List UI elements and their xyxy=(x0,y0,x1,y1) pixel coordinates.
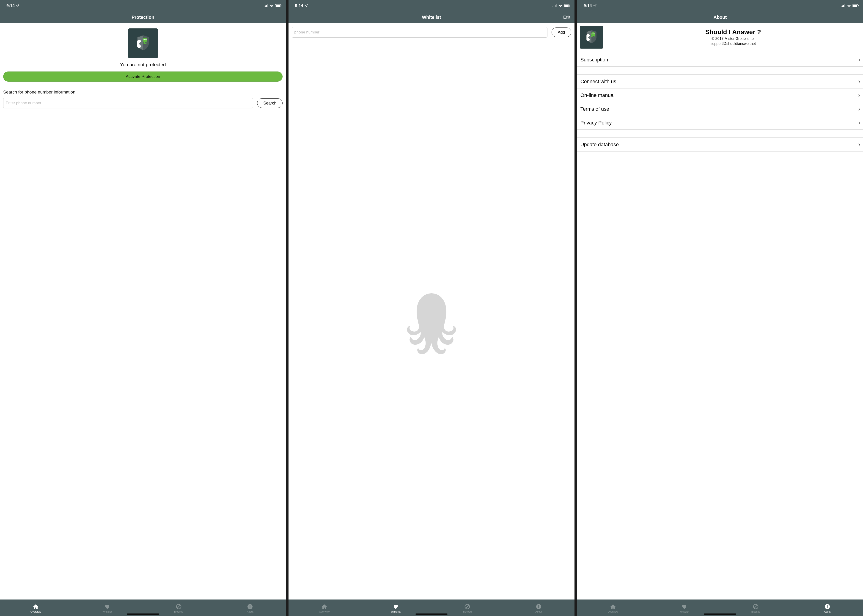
chevron-right-icon: › xyxy=(858,78,860,85)
divider xyxy=(3,86,283,86)
svg-rect-6 xyxy=(281,5,281,6)
heart-icon xyxy=(393,603,399,610)
svg-rect-30 xyxy=(842,5,843,7)
cellular-icon xyxy=(841,4,846,7)
status-time: 9:14 xyxy=(584,3,592,8)
chevron-right-icon: › xyxy=(858,141,860,148)
location-icon xyxy=(593,4,596,7)
whitelist-phone-input[interactable]: phone number xyxy=(292,27,547,38)
page-title: Whitelist xyxy=(422,15,441,20)
page-title: About xyxy=(714,15,727,20)
edit-button[interactable]: Edit xyxy=(563,15,571,20)
svg-line-42 xyxy=(754,605,758,608)
home-indicator[interactable] xyxy=(704,613,736,614)
tab-overview[interactable]: Overview xyxy=(577,603,649,613)
row-subscription[interactable]: Subscription › xyxy=(577,53,863,67)
svg-rect-5 xyxy=(276,5,280,7)
chevron-right-icon: › xyxy=(858,105,860,113)
svg-rect-34 xyxy=(853,5,857,7)
heart-icon xyxy=(104,603,110,610)
add-button[interactable]: Add xyxy=(552,27,571,37)
location-icon xyxy=(16,4,19,7)
row-manual[interactable]: On-line manual › xyxy=(577,88,863,102)
screen-whitelist: 9:14 Whitelist Edit phone number Add xyxy=(289,0,574,616)
cellular-icon xyxy=(552,4,557,7)
svg-rect-2 xyxy=(266,5,267,7)
app-logo xyxy=(128,28,158,58)
chevron-right-icon: › xyxy=(858,92,860,99)
protection-status-text: You are not protected xyxy=(0,62,286,68)
status-time: 9:14 xyxy=(295,3,303,8)
row-connect[interactable]: Connect with us › xyxy=(577,74,863,88)
row-privacy[interactable]: Privacy Policy › xyxy=(577,116,863,130)
battery-icon xyxy=(564,4,571,7)
blocked-icon xyxy=(176,603,182,610)
info-icon xyxy=(247,603,253,610)
home-icon xyxy=(33,603,39,610)
svg-line-13 xyxy=(177,605,180,608)
svg-point-39 xyxy=(592,33,593,34)
screen-about: 9:14 About S xyxy=(577,0,863,616)
wifi-icon xyxy=(558,4,563,7)
tab-about[interactable]: About xyxy=(214,603,286,613)
battery-icon xyxy=(275,4,281,7)
svg-rect-3 xyxy=(267,4,268,7)
svg-rect-17 xyxy=(552,6,553,7)
svg-point-10 xyxy=(144,39,144,40)
tab-blocked[interactable]: Blocked xyxy=(720,603,792,613)
tab-whitelist[interactable]: Whitelist xyxy=(649,603,720,613)
support-email[interactable]: support@shouldianswer.net xyxy=(606,42,860,46)
activate-protection-button[interactable]: Activate Protection xyxy=(3,71,283,82)
row-terms[interactable]: Terms of use › xyxy=(577,102,863,116)
svg-rect-35 xyxy=(858,5,859,6)
chevron-right-icon: › xyxy=(858,56,860,63)
status-bar: 9:14 xyxy=(577,0,863,11)
tab-about[interactable]: About xyxy=(503,603,574,613)
svg-rect-31 xyxy=(843,5,844,7)
svg-rect-20 xyxy=(556,4,556,7)
tab-whitelist[interactable]: Whitelist xyxy=(71,603,143,613)
svg-rect-1 xyxy=(265,5,266,7)
home-icon xyxy=(321,603,327,610)
tab-blocked[interactable]: Blocked xyxy=(143,603,214,613)
svg-point-45 xyxy=(827,605,827,606)
tab-whitelist[interactable]: Whitelist xyxy=(360,603,432,613)
svg-rect-0 xyxy=(264,6,264,7)
app-name: Should I Answer ? xyxy=(606,28,860,36)
nav-bar: About xyxy=(577,11,863,23)
cellular-icon xyxy=(264,4,268,7)
info-icon xyxy=(824,603,830,610)
home-indicator[interactable] xyxy=(127,613,159,614)
blocked-icon xyxy=(753,603,759,610)
row-update-db[interactable]: Update database › xyxy=(577,137,863,151)
blocked-icon xyxy=(464,603,470,610)
svg-point-40 xyxy=(594,33,594,34)
nav-bar: Protection xyxy=(0,11,286,23)
tab-blocked[interactable]: Blocked xyxy=(432,603,503,613)
location-icon xyxy=(305,4,308,7)
svg-point-28 xyxy=(538,605,539,606)
chevron-right-icon: › xyxy=(858,119,860,126)
tab-overview[interactable]: Overview xyxy=(0,603,71,613)
svg-rect-23 xyxy=(570,5,570,6)
svg-rect-44 xyxy=(827,606,828,608)
page-title: Protection xyxy=(132,15,154,20)
battery-icon xyxy=(852,4,859,7)
copyright-text: © 2017 Mister Group s.r.o. xyxy=(606,37,860,41)
tab-about[interactable]: About xyxy=(792,603,863,613)
svg-point-11 xyxy=(146,39,146,40)
svg-rect-22 xyxy=(564,5,569,7)
search-button[interactable]: Search xyxy=(257,98,283,108)
tab-overview[interactable]: Overview xyxy=(289,603,360,613)
svg-rect-15 xyxy=(250,606,250,608)
heart-icon xyxy=(681,603,687,610)
svg-rect-29 xyxy=(841,6,842,7)
svg-rect-32 xyxy=(844,4,845,7)
phone-search-input[interactable]: Enter phone number xyxy=(3,98,253,108)
home-indicator[interactable] xyxy=(415,613,448,614)
nav-bar: Whitelist Edit xyxy=(289,11,574,23)
empty-state-octopus xyxy=(289,42,574,599)
svg-line-25 xyxy=(466,605,469,608)
app-logo xyxy=(580,26,603,49)
screen-protection: 9:14 Protection You are not protected A xyxy=(0,0,286,616)
